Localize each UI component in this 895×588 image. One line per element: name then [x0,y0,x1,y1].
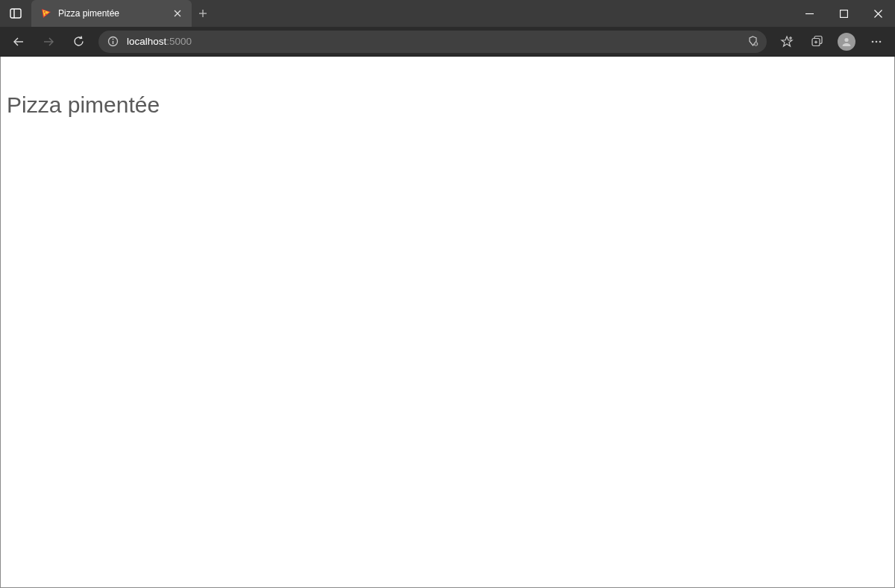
panel-icon [10,8,22,19]
collections-button[interactable] [803,30,831,54]
url-host: localhost [127,36,166,47]
more-icon [870,36,882,48]
svg-point-28 [876,40,878,42]
close-icon [874,10,882,18]
maximize-icon [840,10,848,18]
star-plus-icon [780,35,794,48]
svg-point-15 [112,39,113,40]
avatar [838,33,855,51]
page-viewport[interactable]: Pizza pimentée [0,57,895,588]
url-path: :5000 [166,36,192,47]
new-tab-button[interactable] [192,0,214,27]
window-close-button[interactable] [861,0,895,27]
pizza-icon [40,7,52,19]
window-maximize-button[interactable] [826,0,861,27]
svg-point-2 [44,11,45,13]
tab-title: Pizza pimentée [58,8,165,19]
close-icon [174,10,181,17]
refresh-button[interactable] [64,30,92,54]
toolbar: localhost:5000 [0,27,895,57]
title-bar-drag-area[interactable] [214,0,792,27]
minimize-icon [806,10,814,18]
tab-actions-button[interactable] [0,0,31,27]
shield-star-icon [747,35,759,48]
address-bar[interactable]: localhost:5000 [98,31,767,53]
forward-button[interactable] [34,30,63,54]
profile-button[interactable] [832,30,861,54]
svg-rect-0 [10,9,21,18]
svg-point-19 [755,43,756,45]
arrow-left-icon [12,35,25,48]
favorites-button[interactable] [773,30,801,54]
settings-menu-button[interactable] [862,30,891,54]
title-bar: Pizza pimentée [0,0,895,27]
person-icon [841,36,852,48]
tab-close-button[interactable] [171,7,184,20]
plus-icon [198,9,207,18]
collections-icon [811,35,823,48]
back-button[interactable] [4,30,33,54]
url-text: localhost:5000 [127,36,738,47]
svg-point-26 [844,37,848,41]
arrow-right-icon [42,35,55,48]
page-heading: Pizza pimentée [7,92,888,118]
page-content: Pizza pimentée [1,92,894,118]
refresh-icon [72,35,85,48]
window-controls [792,0,895,27]
svg-point-27 [872,40,874,42]
info-icon [107,36,119,47]
window-minimize-button[interactable] [792,0,826,27]
svg-rect-9 [840,10,847,17]
site-info-button[interactable] [106,35,119,48]
tab-active[interactable]: Pizza pimentée [31,0,192,27]
tracking-prevention-button[interactable] [746,35,759,48]
svg-point-3 [45,13,47,15]
svg-point-29 [879,40,882,42]
